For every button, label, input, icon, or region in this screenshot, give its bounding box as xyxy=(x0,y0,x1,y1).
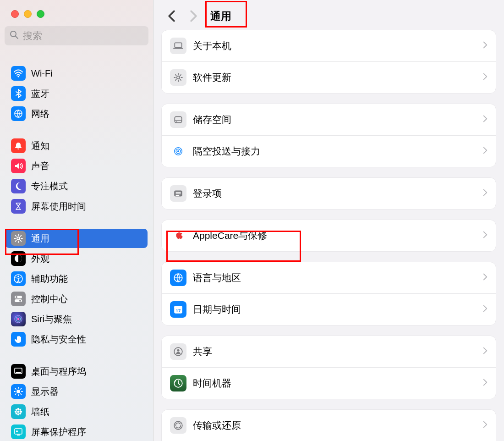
siri-icon xyxy=(11,312,26,326)
sidebar-item-privacy[interactable]: 隐私与安全性 xyxy=(5,330,148,349)
zoom-window-button[interactable] xyxy=(37,10,44,18)
search-icon xyxy=(9,30,19,42)
sidebar-item-controlcenter[interactable]: 控制中心 xyxy=(5,289,148,309)
appearance-icon xyxy=(11,251,26,266)
sidebar-item-screensaver[interactable]: 屏幕保护程序 xyxy=(5,422,148,441)
chevron-right-icon xyxy=(483,115,488,124)
chevron-right-icon xyxy=(483,421,488,430)
sidebar-item-label: 辅助功能 xyxy=(31,273,68,285)
globe-icon xyxy=(170,270,186,286)
sidebar-item-label: 控制中心 xyxy=(31,293,68,305)
section-transfer: 传输或还原 启动磁盘 xyxy=(162,410,496,441)
row-label: 软件更新 xyxy=(193,71,483,84)
chevron-right-icon xyxy=(483,189,488,198)
sidebar-item-label: Siri与聚焦 xyxy=(31,313,72,325)
sidebar-item-desktop[interactable]: 桌面与程序坞 xyxy=(5,362,148,381)
sidebar-item-accessibility[interactable]: 辅助功能 xyxy=(5,269,148,288)
person-icon xyxy=(170,343,186,360)
back-button[interactable] xyxy=(164,8,179,24)
search-field[interactable] xyxy=(5,26,148,45)
window-controls xyxy=(0,0,153,18)
chevron-right-icon xyxy=(483,379,488,388)
row-datetime[interactable]: 日期与时间 xyxy=(162,294,496,325)
row-label: 传输或还原 xyxy=(193,419,483,432)
row-login[interactable]: 登录项 xyxy=(162,178,496,209)
row-label: 时间机器 xyxy=(193,377,483,390)
wifi-icon xyxy=(11,66,26,81)
chevron-right-icon xyxy=(483,305,488,314)
sidebar-item-appearance[interactable]: 外观 xyxy=(5,249,148,268)
forward-button[interactable] xyxy=(186,8,201,24)
sun-icon xyxy=(11,384,26,399)
gear-icon xyxy=(170,69,186,86)
sidebar-item-label: 墙纸 xyxy=(31,406,49,418)
transfer-icon xyxy=(170,417,186,434)
sidebar-item-label: 屏幕使用时间 xyxy=(31,200,86,213)
row-airdrop[interactable]: 隔空投送与接力 xyxy=(162,136,496,167)
sidebar-item-sound[interactable]: 声音 xyxy=(5,156,148,176)
section-about: 关于本机 软件更新 xyxy=(162,30,496,93)
sidebar-item-label: 外观 xyxy=(31,253,49,265)
row-label: 共享 xyxy=(193,345,483,358)
list-icon xyxy=(170,185,186,202)
chevron-right-icon xyxy=(483,231,488,240)
sidebar-item-label: 网络 xyxy=(31,108,49,120)
chevron-right-icon xyxy=(483,347,488,356)
row-about[interactable]: 关于本机 xyxy=(162,30,496,62)
row-label: 日期与时间 xyxy=(193,303,483,316)
sidebar-item-wifi[interactable]: Wi-Fi xyxy=(5,64,148,83)
sidebar: Wi-Fi 蓝牙 网络 通知 声音 专注模式 屏幕使用时间 xyxy=(0,0,153,441)
row-label: 隔空投送与接力 xyxy=(193,145,483,158)
close-window-button[interactable] xyxy=(11,10,19,18)
content-body: 关于本机 软件更新 储存空间 隔空投送与接力 xyxy=(153,30,504,441)
sidebar-item-label: 桌面与程序坞 xyxy=(31,365,86,378)
chevron-right-icon xyxy=(483,273,488,282)
section-language: 语言与地区 日期与时间 xyxy=(162,262,496,325)
row-sharing[interactable]: 共享 xyxy=(162,336,496,368)
page-title: 通用 xyxy=(210,9,231,23)
main-pane: 通用 关于本机 软件更新 储存空间 隔空投送与接力 xyxy=(153,0,504,441)
sidebar-item-screentime[interactable]: 屏幕使用时间 xyxy=(5,197,148,216)
apple-icon xyxy=(170,227,186,244)
row-transfer[interactable]: 传输或还原 xyxy=(162,410,496,441)
sidebar-item-label: 专注模式 xyxy=(31,180,68,193)
section-applecare: AppleCare与保修 xyxy=(162,220,496,251)
sidebar-item-label: 声音 xyxy=(31,160,49,172)
sidebar-item-label: 通知 xyxy=(31,140,49,152)
minimize-window-button[interactable] xyxy=(24,10,32,18)
row-applecare[interactable]: AppleCare与保修 xyxy=(162,220,496,251)
calendar-icon xyxy=(170,301,186,318)
section-storage: 储存空间 隔空投送与接力 xyxy=(162,104,496,167)
search-input[interactable] xyxy=(23,30,144,41)
row-language[interactable]: 语言与地区 xyxy=(162,262,496,294)
row-label: 储存空间 xyxy=(193,113,483,126)
sidebar-list: Wi-Fi 蓝牙 网络 通知 声音 专注模式 屏幕使用时间 xyxy=(0,48,153,441)
sidebar-item-label: 显示器 xyxy=(31,386,59,398)
sidebar-item-notifications[interactable]: 通知 xyxy=(5,136,148,155)
switches-icon xyxy=(11,292,26,306)
sidebar-item-network[interactable]: 网络 xyxy=(5,104,148,123)
sidebar-item-wallpaper[interactable]: 墙纸 xyxy=(5,402,148,421)
sidebar-item-displays[interactable]: 显示器 xyxy=(5,382,148,401)
row-label: 关于本机 xyxy=(193,39,483,52)
flower-icon xyxy=(11,404,26,419)
sidebar-item-bluetooth[interactable]: 蓝牙 xyxy=(5,84,148,103)
laptop-icon xyxy=(170,38,186,54)
bell-icon xyxy=(11,138,26,153)
row-timemachine[interactable]: 时间机器 xyxy=(162,368,496,399)
sidebar-item-label: 蓝牙 xyxy=(31,88,49,100)
sidebar-item-label: 隐私与安全性 xyxy=(31,333,86,346)
dock-icon xyxy=(11,364,26,379)
hand-icon xyxy=(11,332,26,347)
row-update[interactable]: 软件更新 xyxy=(162,62,496,93)
screensaver-icon xyxy=(11,424,26,439)
chevron-right-icon xyxy=(483,41,488,50)
sidebar-item-siri[interactable]: Siri与聚焦 xyxy=(5,309,148,329)
row-label: 语言与地区 xyxy=(193,271,483,284)
sidebar-item-general[interactable]: 通用 xyxy=(5,229,148,248)
row-storage[interactable]: 储存空间 xyxy=(162,104,496,136)
hourglass-icon xyxy=(11,199,26,214)
section-sharing: 共享 时间机器 xyxy=(162,336,496,399)
sidebar-item-focus[interactable]: 专注模式 xyxy=(5,176,148,196)
disk-icon xyxy=(170,111,186,128)
